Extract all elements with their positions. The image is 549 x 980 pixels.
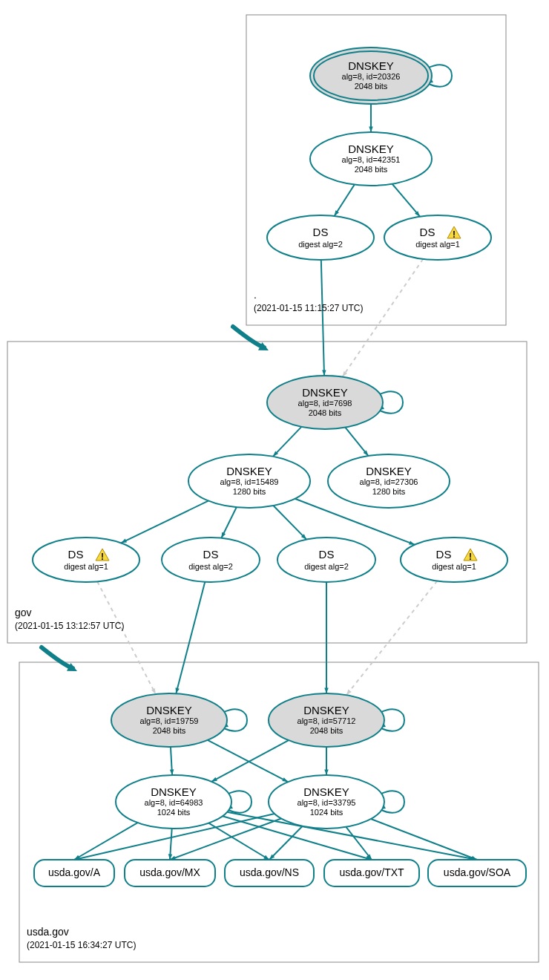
zone-label-gov: gov <box>15 607 32 618</box>
rrset-label-rr_mx: usda.gov/MX <box>139 866 200 878</box>
rrset-label-rr_soa: usda.gov/SOA <box>444 866 511 878</box>
node-title: DNSKEY <box>366 465 412 477</box>
node-usda_ksk1: DNSKEYalg=8, id=197592048 bits <box>111 693 227 747</box>
svg-point-39 <box>384 215 491 260</box>
node-gov_ds_c: DSdigest alg=2 <box>277 538 375 582</box>
node-line2: alg=8, id=42351 <box>342 155 401 164</box>
node-line3: 2048 bits <box>309 408 342 417</box>
node-line2: digest alg=1 <box>64 562 108 571</box>
zone-label-usda: usda.gov <box>27 926 69 938</box>
node-gov_zsk1: DNSKEYalg=8, id=154891280 bits <box>188 454 310 508</box>
node-line3: 2048 bits <box>153 726 186 735</box>
node-title: DS <box>203 548 219 561</box>
node-title: DNSKEY <box>146 704 192 716</box>
rrset-label-rr_ns: usda.gov/NS <box>240 866 299 878</box>
edge <box>97 581 156 694</box>
node-gov_ds_d: DSdigest alg=1! <box>401 538 507 582</box>
zone-timestamp-gov: (2021-01-15 13:12:57 UTC) <box>15 621 124 631</box>
svg-marker-1 <box>369 126 372 132</box>
node-line3: 2048 bits <box>355 165 388 174</box>
edge <box>74 823 138 860</box>
node-line2: digest alg=2 <box>304 562 349 571</box>
zone-label-root: . <box>254 289 257 301</box>
node-line3: 2048 bits <box>355 82 388 91</box>
edge <box>346 827 372 860</box>
node-title: DNSKEY <box>303 785 349 798</box>
svg-marker-4 <box>322 370 326 376</box>
node-usda_zsk1: DNSKEYalg=8, id=649831024 bits <box>116 775 231 829</box>
edge <box>273 427 301 457</box>
node-line2: digest alg=1 <box>432 562 476 571</box>
node-root_zsk: DNSKEYalg=8, id=423512048 bits <box>310 132 432 186</box>
node-line3: 1280 bits <box>233 487 266 496</box>
edge <box>335 185 355 216</box>
warning-mark: ! <box>469 552 472 562</box>
node-line2: digest alg=2 <box>298 240 343 249</box>
svg-marker-19 <box>170 769 174 775</box>
svg-marker-12 <box>409 540 415 544</box>
node-title: DNSKEY <box>151 785 197 798</box>
node-line2: digest alg=2 <box>188 562 233 571</box>
dnssec-diagram: DNSKEYalg=8, id=203262048 bitsDNSKEYalg=… <box>0 0 549 980</box>
node-usda_ksk2: DNSKEYalg=8, id=577122048 bits <box>269 693 384 747</box>
warning-mark: ! <box>101 552 104 562</box>
svg-marker-16 <box>346 690 352 696</box>
node-line3: 2048 bits <box>310 726 343 735</box>
node-title: DS <box>313 226 329 238</box>
node-line2: alg=8, id=64983 <box>145 798 203 807</box>
node-line2: alg=8, id=33795 <box>297 798 356 807</box>
edge <box>121 501 208 543</box>
node-gov_ds_b: DSdigest alg=2 <box>162 538 260 582</box>
node-usda_zsk2: DNSKEYalg=8, id=337951024 bits <box>269 775 384 829</box>
edge <box>176 582 205 693</box>
node-root_ksk: DNSKEYalg=8, id=203262048 bits <box>310 48 432 104</box>
node-line3: 1024 bits <box>310 808 343 817</box>
edge <box>343 259 424 377</box>
node-title: DNSKEY <box>226 465 272 477</box>
delegation-arrow <box>233 327 264 347</box>
edge <box>321 260 324 376</box>
svg-point-43 <box>33 538 139 582</box>
node-title: DS <box>68 548 84 561</box>
svg-marker-10 <box>221 532 226 538</box>
warning-mark: ! <box>453 229 456 240</box>
node-root_ds2: DSdigest alg=2 <box>267 215 374 260</box>
node-gov_ds_a: DSdigest alg=1! <box>33 538 139 582</box>
node-title: DS <box>436 548 452 561</box>
node-title: DS <box>319 548 335 561</box>
node-title: DNSKEY <box>302 386 348 399</box>
svg-marker-20 <box>282 777 288 782</box>
node-line2: alg=8, id=15489 <box>220 477 279 486</box>
node-line2: alg=8, id=7698 <box>298 399 352 408</box>
node-root_ds1: DSdigest alg=1! <box>384 215 491 260</box>
node-line3: 1024 bits <box>157 808 191 817</box>
svg-point-46 <box>401 538 507 582</box>
edge <box>273 506 306 540</box>
zone-timestamp-usda: (2021-01-15 16:34:27 UTC) <box>27 940 136 950</box>
node-title: DS <box>420 226 435 238</box>
node-line2: alg=8, id=19759 <box>140 716 199 725</box>
edge <box>371 819 477 860</box>
svg-marker-22 <box>324 769 328 775</box>
rrset-label-rr_a: usda.gov/A <box>48 866 101 878</box>
svg-marker-9 <box>121 539 127 543</box>
svg-marker-14 <box>175 687 179 693</box>
svg-marker-13 <box>151 688 156 694</box>
svg-marker-15 <box>324 687 328 693</box>
node-line2: alg=8, id=20326 <box>342 72 401 81</box>
node-line2: alg=8, id=57712 <box>297 716 356 725</box>
node-line2: alg=8, id=27306 <box>360 477 418 486</box>
node-line2: digest alg=1 <box>415 240 460 249</box>
edge <box>392 184 420 217</box>
edge <box>346 581 437 695</box>
node-title: DNSKEY <box>348 59 394 72</box>
delegation-arrow <box>42 647 73 668</box>
node-line3: 1280 bits <box>372 487 406 496</box>
svg-marker-21 <box>211 777 217 782</box>
node-gov_ksk: DNSKEYalg=8, id=76982048 bits <box>267 376 383 429</box>
node-title: DNSKEY <box>348 143 394 155</box>
node-gov_zsk2: DNSKEYalg=8, id=273061280 bits <box>328 454 450 508</box>
rrset-label-rr_txt: usda.gov/TXT <box>339 866 404 878</box>
node-title: DNSKEY <box>303 704 349 716</box>
zone-timestamp-root: (2021-01-15 11:15:27 UTC) <box>254 303 363 313</box>
